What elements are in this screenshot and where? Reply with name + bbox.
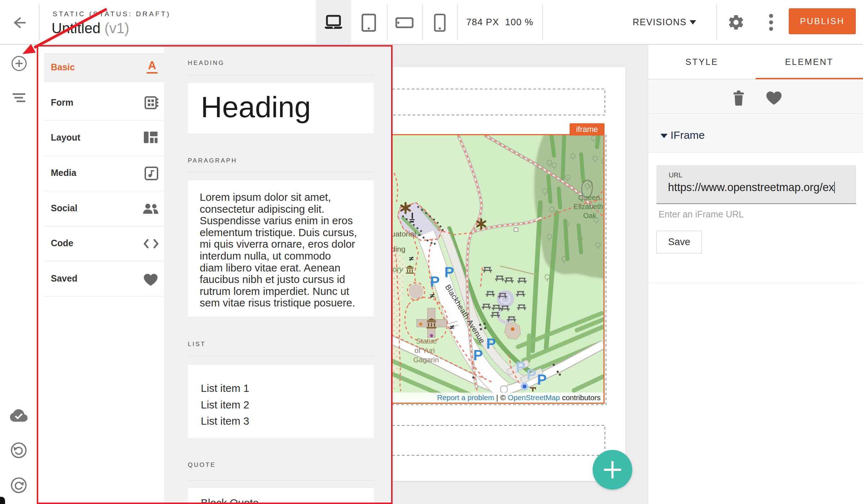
- svg-text:Statue: Statue: [416, 337, 437, 345]
- svg-text:Report a problem | © OpenStree: Report a problem | © OpenStreetMap contr…: [437, 393, 601, 402]
- svg-text:uatorial: uatorial: [391, 230, 416, 238]
- svg-text:Gagarin: Gagarin: [413, 356, 439, 364]
- svg-text:P: P: [516, 359, 526, 375]
- svg-text:P: P: [527, 367, 536, 383]
- svg-text:Elizabeth: Elizabeth: [574, 203, 603, 211]
- svg-text:of Yuri: of Yuri: [415, 346, 435, 354]
- svg-text:P: P: [486, 336, 496, 352]
- svg-text:Queen: Queen: [578, 194, 600, 202]
- svg-text:P: P: [430, 274, 440, 289]
- svg-text:Oak: Oak: [583, 212, 597, 220]
- svg-text:P: P: [444, 264, 454, 280]
- svg-text:ding: ding: [391, 245, 406, 253]
- svg-text:P: P: [473, 347, 483, 363]
- svg-text:P: P: [537, 372, 547, 388]
